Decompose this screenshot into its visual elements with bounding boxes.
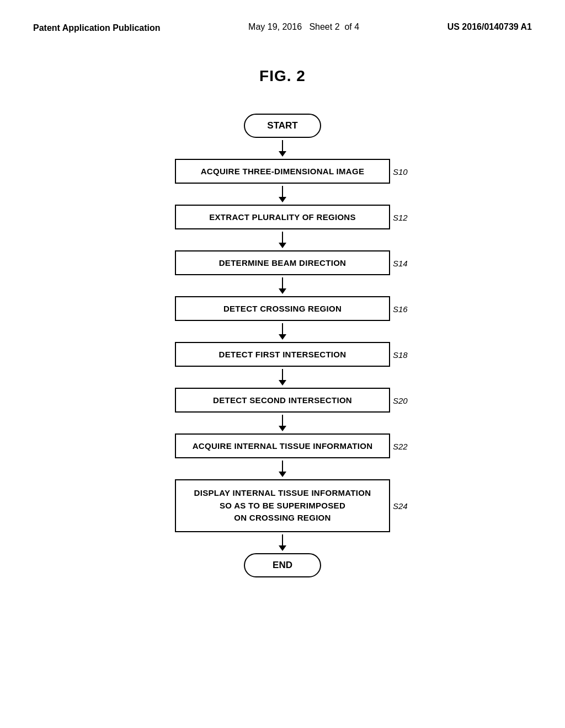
step-s12-row: EXTRACT PLURALITY OF REGIONS S12 — [33, 205, 532, 229]
arrow-5 — [279, 323, 286, 340]
arrow-line-9 — [282, 534, 283, 545]
arrow-head-8 — [279, 472, 286, 477]
header-date-sheet: May 19, 2016 Sheet 2 of 4 — [248, 22, 359, 32]
header-publication-label: Patent Application Publication — [33, 22, 161, 34]
arrow-head-7 — [279, 426, 286, 431]
step-s16-row: DETECT CROSSING REGION S16 — [33, 296, 532, 321]
arrow-head-2 — [279, 197, 286, 202]
arrow-4 — [279, 277, 286, 294]
step-s16-label: S16 — [393, 304, 408, 313]
arrow-line-4 — [282, 277, 283, 288]
header-patent-number: US 2016/0140739 A1 — [447, 22, 532, 32]
arrow-line-5 — [282, 323, 283, 334]
arrow-line-2 — [282, 186, 283, 197]
arrow-head-1 — [279, 151, 286, 157]
header-sheet: Sheet 2 — [309, 22, 339, 31]
start-node: START — [244, 114, 321, 138]
arrow-line-1 — [282, 140, 283, 151]
step-s24-row: DISPLAY INTERNAL TISSUE INFORMATION SO A… — [33, 479, 532, 532]
arrow-line-8 — [282, 461, 283, 472]
header: Patent Application Publication May 19, 2… — [33, 22, 532, 34]
arrow-2 — [279, 186, 286, 202]
arrow-head-4 — [279, 288, 286, 294]
arrow-head-3 — [279, 243, 286, 248]
header-date: May 19, 2016 — [248, 22, 302, 31]
arrow-6 — [279, 369, 286, 386]
step-s22-box: ACQUIRE INTERNAL TISSUE INFORMATION — [175, 433, 390, 458]
step-s20-box: DETECT SECOND INTERSECTION — [175, 388, 390, 413]
step-s12-label: S12 — [393, 212, 408, 222]
start-node-row: START — [33, 114, 532, 138]
step-s12-box: EXTRACT PLURALITY OF REGIONS — [175, 205, 390, 229]
arrow-7 — [279, 415, 286, 431]
arrow-9 — [279, 534, 286, 551]
step-s10-label: S10 — [393, 167, 408, 176]
step-s18-box: DETECT FIRST INTERSECTION — [175, 342, 390, 367]
step-s10-box: ACQUIRE THREE-DIMENSIONAL IMAGE — [175, 159, 390, 184]
arrow-line-6 — [282, 369, 283, 380]
arrow-line-3 — [282, 232, 283, 243]
step-s10-row: ACQUIRE THREE-DIMENSIONAL IMAGE S10 — [33, 159, 532, 184]
arrow-head-5 — [279, 334, 286, 340]
step-s14-label: S14 — [393, 258, 408, 267]
arrow-head-9 — [279, 545, 286, 551]
step-s22-row: ACQUIRE INTERNAL TISSUE INFORMATION S22 — [33, 433, 532, 458]
step-s18-label: S18 — [393, 350, 408, 359]
end-node: END — [244, 553, 321, 577]
step-s14-box: DETERMINE BEAM DIRECTION — [175, 250, 390, 275]
step-s20-row: DETECT SECOND INTERSECTION S20 — [33, 388, 532, 413]
arrow-1 — [279, 140, 286, 157]
step-s16-box: DETECT CROSSING REGION — [175, 296, 390, 321]
step-s14-row: DETERMINE BEAM DIRECTION S14 — [33, 250, 532, 275]
flowchart: START ACQUIRE THREE-DIMENSIONAL IMAGE S1… — [33, 113, 532, 579]
header-of: of 4 — [344, 22, 359, 31]
arrow-3 — [279, 232, 286, 248]
step-s20-label: S20 — [393, 395, 408, 405]
figure-title: FIG. 2 — [33, 67, 532, 85]
step-s24-box: DISPLAY INTERNAL TISSUE INFORMATION SO A… — [175, 479, 390, 532]
step-s22-label: S22 — [393, 441, 408, 451]
arrow-head-6 — [279, 380, 286, 386]
page: Patent Application Publication May 19, 2… — [0, 0, 565, 728]
step-s18-row: DETECT FIRST INTERSECTION S18 — [33, 342, 532, 367]
end-node-row: END — [33, 553, 532, 577]
step-s24-label: S24 — [393, 501, 408, 511]
arrow-line-7 — [282, 415, 283, 426]
arrow-8 — [279, 461, 286, 477]
